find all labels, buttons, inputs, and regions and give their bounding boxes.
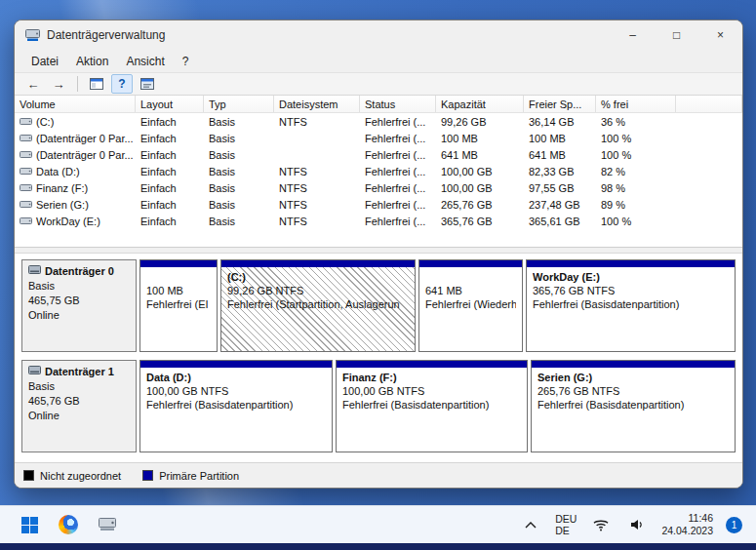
partition-label <box>146 270 211 284</box>
partition-finanz-f[interactable]: Finanz (F:) 100,00 GB NTFS Fehlerfrei (B… <box>336 360 528 452</box>
partition-workday-e[interactable]: WorkDay (E:) 365,76 GB NTFS Fehlerfrei (… <box>526 259 736 352</box>
cell-dateisystem: NTFS <box>274 199 360 211</box>
disk-size: 465,76 GB <box>28 394 130 409</box>
column-header-prozent-frei[interactable]: % frei <box>596 96 676 112</box>
language-indicator[interactable]: DEU DE <box>555 513 577 536</box>
disk-type: Basis <box>28 379 130 394</box>
partition-size: 100,00 GB NTFS <box>146 384 326 398</box>
partition-status: Fehlerfrei (Basisdatenpartition) <box>533 297 729 311</box>
clock[interactable]: 11:46 24.04.2023 <box>661 512 713 537</box>
table-row[interactable]: WorkDay (E:) Einfach Basis NTFS Fehlerfr… <box>15 213 742 229</box>
desktop: { "window": { "title": "Datenträgerverwa… <box>0 0 756 550</box>
cell-status: Fehlerfrei (... <box>360 182 436 194</box>
cell-volume: Serien (G:) <box>15 199 136 211</box>
column-header-volume[interactable]: Volume <box>15 96 136 112</box>
cell-prozent-frei: 100 % <box>596 149 676 161</box>
maximize-button[interactable]: □ <box>655 20 698 50</box>
toolbar: ← → ? <box>15 72 742 96</box>
menu-datei[interactable]: Datei <box>22 53 67 70</box>
minimize-button[interactable]: – <box>611 20 655 50</box>
table-row[interactable]: Serien (G:) Einfach Basis NTFS Fehlerfre… <box>15 196 742 213</box>
partition-label: Serien (G:) <box>537 371 729 384</box>
table-row[interactable]: Data (D:) Einfach Basis NTFS Fehlerfrei … <box>15 163 742 179</box>
partition-body: Data (D:) 100,00 GB NTFS Fehlerfrei (Bas… <box>140 368 332 452</box>
cell-status: Fehlerfrei (... <box>360 216 436 227</box>
cell-layout: Einfach <box>136 216 204 227</box>
cell-dateisystem: NTFS <box>274 116 360 128</box>
partition-status: Fehlerfrei (Startpartition, Auslagerun <box>227 297 409 311</box>
menu-aktion[interactable]: Aktion <box>67 53 117 70</box>
console-tree-icon[interactable] <box>86 74 107 94</box>
browser-icon[interactable] <box>57 513 80 536</box>
partition-serien-g[interactable]: Serien (G:) 265,76 GB NTFS Fehlerfrei (B… <box>531 360 736 452</box>
partition-body: Finanz (F:) 100,00 GB NTFS Fehlerfrei (B… <box>337 368 527 452</box>
cell-kapazitaet: 365,76 GB <box>436 216 524 227</box>
disk-info-0[interactable]: Datenträger 0 Basis 465,75 GB Online <box>21 259 137 352</box>
partition-label <box>425 270 516 284</box>
legend-label: Primäre Partition <box>159 470 239 482</box>
partition-color-bar <box>337 361 527 368</box>
cell-volume: (Datenträger 0 Par... <box>15 149 136 161</box>
keyboard-layout: DE <box>555 525 577 536</box>
cell-volume: (C:) <box>15 116 136 128</box>
back-icon[interactable]: ← <box>22 74 44 94</box>
column-header-freier-speicher[interactable]: Freier Sp... <box>524 96 596 112</box>
volume-icon <box>20 166 32 177</box>
legend-primary-partition: Primäre Partition <box>142 470 239 482</box>
properties-icon[interactable] <box>137 74 158 94</box>
partition-efi[interactable]: 100 MB Fehlerfrei (EI <box>139 259 218 352</box>
partition-body: WorkDay (E:) 365,76 GB NTFS Fehlerfrei (… <box>527 267 735 351</box>
column-header-kapazitaet[interactable]: Kapazität <box>436 96 524 112</box>
language-code: DEU <box>555 513 577 525</box>
volume-speaker-icon[interactable] <box>625 513 649 536</box>
cell-typ: Basis <box>204 149 274 161</box>
partition-body: (C:) 99,26 GB NTFS Fehlerfrei (Startpart… <box>221 267 415 351</box>
disk-info-1[interactable]: Datenträger 1 Basis 465,76 GB Online <box>21 360 137 452</box>
column-header-typ[interactable]: Typ <box>204 96 274 112</box>
partition-recovery[interactable]: 641 MB Fehlerfrei (Wiederh <box>418 259 523 352</box>
tray-chevron-up-icon[interactable] <box>519 513 542 536</box>
partition-c[interactable]: (C:) 99,26 GB NTFS Fehlerfrei (Startpart… <box>220 259 416 352</box>
disk-management-taskbar-icon[interactable] <box>96 513 119 536</box>
start-button[interactable] <box>18 513 41 536</box>
volume-list-pane: Volume Layout Typ Dateisystem Status Kap… <box>15 96 742 248</box>
partition-color-bar <box>419 260 522 267</box>
wifi-icon[interactable] <box>589 513 613 536</box>
title-bar[interactable]: Datenträgerverwaltung – □ × <box>15 20 742 50</box>
partition-label: WorkDay (E:) <box>533 270 729 284</box>
cell-volume: Finanz (F:) <box>15 182 136 194</box>
cell-volume: Data (D:) <box>15 166 136 177</box>
column-header-status[interactable]: Status <box>360 96 436 112</box>
partition-size: 100,00 GB NTFS <box>342 384 521 398</box>
cell-status: Fehlerfrei (... <box>360 149 436 161</box>
close-button[interactable]: × <box>698 20 742 50</box>
cell-freier-speicher: 365,61 GB <box>524 216 596 227</box>
table-row[interactable]: Finanz (F:) Einfach Basis NTFS Fehlerfre… <box>15 179 742 196</box>
cell-freier-speicher: 100 MB <box>524 133 596 144</box>
cell-layout: Einfach <box>136 182 204 194</box>
table-row[interactable]: (Datenträger 0 Par... Einfach Basis Fehl… <box>15 130 742 146</box>
partition-data-d[interactable]: Data (D:) 100,00 GB NTFS Fehlerfrei (Bas… <box>139 360 333 452</box>
cell-dateisystem: NTFS <box>274 182 360 194</box>
notification-badge[interactable]: 1 <box>726 517 742 533</box>
taskbar: DEU DE 11:46 24.04.2023 1 <box>0 505 756 543</box>
cell-freier-speicher: 237,48 GB <box>524 199 596 211</box>
partition-body: 641 MB Fehlerfrei (Wiederh <box>419 267 522 351</box>
forward-icon[interactable]: → <box>48 74 69 94</box>
legend-label: Nicht zugeordnet <box>40 470 121 482</box>
menu-ansicht[interactable]: Ansicht <box>117 53 173 70</box>
help-icon[interactable]: ? <box>111 74 133 94</box>
table-row[interactable]: (C:) Einfach Basis NTFS Fehlerfrei (... … <box>15 113 742 130</box>
taskbar-left-icons <box>0 513 119 536</box>
partition-label: Data (D:) <box>146 371 326 384</box>
legend-unallocated: Nicht zugeordnet <box>23 470 121 482</box>
column-header-dateisystem[interactable]: Dateisystem <box>274 96 360 112</box>
column-header-layout[interactable]: Layout <box>136 96 204 112</box>
cell-kapazitaet: 100,00 GB <box>436 182 524 194</box>
table-row[interactable]: (Datenträger 0 Par... Einfach Basis Fehl… <box>15 146 742 163</box>
disk-status: Online <box>28 409 130 423</box>
menu-bar: Datei Aktion Ansicht ? <box>15 50 742 72</box>
cell-typ: Basis <box>204 216 274 227</box>
menu-help[interactable]: ? <box>174 53 198 70</box>
partition-body: Serien (G:) 265,76 GB NTFS Fehlerfrei (B… <box>532 368 735 452</box>
